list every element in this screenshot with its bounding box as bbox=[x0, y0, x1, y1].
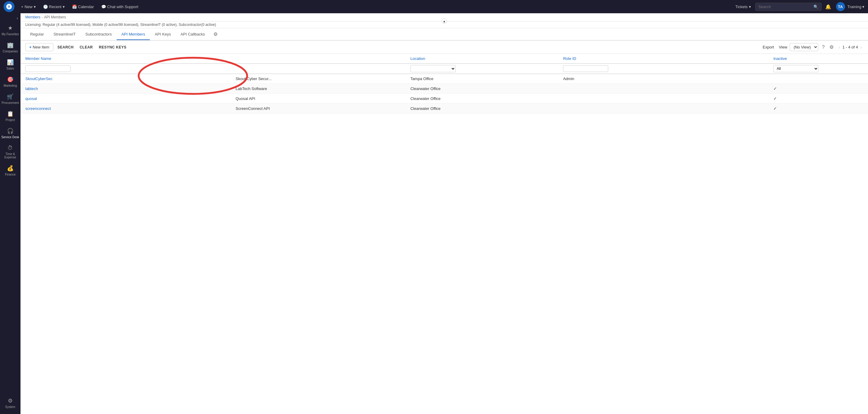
new-chevron-icon: ▾ bbox=[34, 4, 36, 9]
cell-member-name: quosal bbox=[21, 94, 231, 104]
search-action-button[interactable]: SEARCH bbox=[56, 44, 76, 50]
project-icon: 📋 bbox=[7, 110, 13, 117]
cell-member-display: Quosal API bbox=[231, 94, 406, 104]
tab-settings-icon[interactable]: ⚙ bbox=[212, 28, 219, 40]
cell-location: Tampa Office bbox=[406, 74, 558, 84]
tab-api-keys[interactable]: API Keys bbox=[150, 29, 176, 40]
sales-icon: 📊 bbox=[7, 59, 13, 66]
sidebar-item-sales[interactable]: 📊 Sales bbox=[0, 56, 21, 73]
help-icon[interactable]: ? bbox=[821, 44, 826, 50]
inactive-checkmark: ✓ bbox=[773, 106, 777, 111]
sidebar-item-my-favorites[interactable]: ★ My Favorites bbox=[0, 22, 21, 39]
member-name-link[interactable]: screenconnect bbox=[25, 106, 51, 111]
sidebar-item-companies[interactable]: 🏢 Companies bbox=[0, 39, 21, 56]
cell-inactive bbox=[769, 74, 868, 84]
role-id-filter-input[interactable] bbox=[563, 65, 608, 72]
new-button[interactable]: + New ▾ bbox=[18, 3, 39, 11]
pagination: ‹ 1 - 4 of 4 › bbox=[837, 44, 863, 50]
col-header-role-id[interactable]: Role ID bbox=[558, 54, 769, 64]
sidebar-item-procurement[interactable]: 🛒 Procurement bbox=[0, 90, 21, 107]
marketing-icon: 🎯 bbox=[7, 76, 13, 83]
inactive-checkmark: ✓ bbox=[773, 86, 777, 91]
tab-api-members[interactable]: API Members bbox=[117, 29, 150, 40]
sidebar-item-system[interactable]: ⚙ System bbox=[0, 394, 21, 412]
sidebar-item-project[interactable]: 📋 Project bbox=[0, 107, 21, 125]
recent-chevron-icon: ▾ bbox=[63, 4, 65, 9]
table-container: Member Name Location Role ID Inactive bbox=[21, 54, 868, 414]
location-filter-select[interactable] bbox=[410, 65, 456, 72]
top-navigation: + New ▾ 🕐 Recent ▾ 📅 Calendar 💬 Chat wit… bbox=[0, 0, 868, 13]
resync-keys-button[interactable]: RESYNC KEYS bbox=[97, 44, 128, 50]
sidebar-item-marketing[interactable]: 🎯 Marketing bbox=[0, 73, 21, 90]
breadcrumb-parent[interactable]: Members bbox=[25, 15, 40, 19]
search-input[interactable] bbox=[758, 4, 812, 9]
tab-regular[interactable]: Regular bbox=[25, 29, 49, 40]
clear-button[interactable]: CLEAR bbox=[78, 44, 95, 50]
tabs-bar: Regular StreamlineIT Subcontractors API … bbox=[21, 28, 868, 41]
view-select[interactable]: (No View) bbox=[789, 43, 818, 51]
user-chevron-icon: ▾ bbox=[862, 4, 864, 9]
breadcrumb-separator: - bbox=[41, 15, 43, 19]
filter-location bbox=[406, 64, 558, 74]
chat-support-button[interactable]: 💬 Chat with Support bbox=[98, 3, 141, 11]
filter-role-id bbox=[558, 64, 769, 74]
member-name-link[interactable]: SkoutCyberSec bbox=[25, 76, 53, 81]
member-name-link[interactable]: labtech bbox=[25, 87, 38, 91]
filter-inactive: All Yes No bbox=[769, 64, 868, 74]
prev-page-button[interactable]: ‹ bbox=[837, 44, 841, 50]
col-header-location[interactable]: Location bbox=[406, 54, 558, 64]
user-menu[interactable]: Training ▾ bbox=[847, 4, 864, 9]
notification-button[interactable]: 🔔 bbox=[823, 2, 834, 11]
col-header-member-name[interactable]: Member Name bbox=[21, 54, 231, 64]
content-area: Members - API Members ▲ Licensing: Regul… bbox=[21, 13, 868, 414]
filter-member-display bbox=[231, 64, 406, 74]
table-body: SkoutCyberSecSkout Cyber Secur...Tampa O… bbox=[21, 74, 868, 113]
toolbar: + New Item SEARCH CLEAR RESYNC KEYS Expo… bbox=[21, 41, 868, 54]
table-filter-row: All Yes No bbox=[21, 64, 868, 74]
cell-role-id bbox=[558, 104, 769, 113]
inactive-checkmark: ✓ bbox=[773, 96, 777, 101]
member-name-filter-input[interactable] bbox=[25, 65, 70, 72]
col-header-member-display[interactable] bbox=[231, 54, 406, 64]
new-item-plus-icon: + bbox=[29, 45, 32, 49]
export-button[interactable]: Export bbox=[761, 44, 777, 50]
sidebar-toggle: › bbox=[0, 16, 21, 21]
member-name-link[interactable]: quosal bbox=[25, 96, 37, 101]
sidebar-item-service-desk[interactable]: 🎧 Service Desk bbox=[0, 125, 21, 142]
cell-inactive: ✓ bbox=[769, 104, 868, 113]
breadcrumb-current: API Members bbox=[44, 15, 66, 19]
tab-api-callbacks[interactable]: API Callbacks bbox=[176, 29, 210, 40]
settings-icon[interactable]: ⚙ bbox=[828, 44, 835, 50]
sidebar-item-finance[interactable]: 💰 Finance bbox=[0, 162, 21, 179]
recent-button[interactable]: 🕐 Recent ▾ bbox=[40, 3, 68, 11]
cell-location: Clearwater Office bbox=[406, 94, 558, 104]
table-header-row: Member Name Location Role ID Inactive bbox=[21, 54, 868, 64]
calendar-button[interactable]: 📅 Calendar bbox=[69, 3, 97, 11]
cell-location: Clearwater Office bbox=[406, 84, 558, 94]
sidebar: › ★ My Favorites 🏢 Companies 📊 Sales 🎯 M… bbox=[0, 13, 21, 414]
collapse-arrow[interactable]: ▲ bbox=[441, 19, 447, 24]
tickets-button[interactable]: Tickets ▾ bbox=[733, 3, 754, 11]
cell-member-name: screenconnect bbox=[21, 104, 231, 113]
table-row: labtechLabTech SoftwareClearwater Office… bbox=[21, 84, 868, 94]
col-header-inactive[interactable]: Inactive bbox=[769, 54, 868, 64]
inactive-filter-select[interactable]: All Yes No bbox=[773, 65, 818, 72]
toolbar-right: Export View (No View) ? ⚙ ‹ 1 - 4 of 4 › bbox=[761, 43, 863, 51]
cell-member-display: LabTech Software bbox=[231, 84, 406, 94]
time-expense-icon: ⏱ bbox=[7, 145, 13, 151]
cell-member-display: Skout Cyber Secur... bbox=[231, 74, 406, 84]
cell-inactive: ✓ bbox=[769, 94, 868, 104]
service-desk-icon: 🎧 bbox=[7, 128, 13, 134]
table-row: SkoutCyberSecSkout Cyber Secur...Tampa O… bbox=[21, 74, 868, 84]
app-logo[interactable] bbox=[4, 1, 14, 12]
table-row: quosalQuosal APIClearwater Office✓ bbox=[21, 94, 868, 104]
cell-role-id bbox=[558, 94, 769, 104]
sidebar-collapse-button[interactable]: › bbox=[17, 16, 18, 21]
next-page-button[interactable]: › bbox=[859, 44, 863, 50]
user-avatar[interactable]: TA bbox=[836, 2, 845, 11]
tab-streamlineit[interactable]: StreamlineIT bbox=[49, 29, 81, 40]
cell-role-id bbox=[558, 84, 769, 94]
tab-subcontractors[interactable]: Subcontractors bbox=[81, 29, 116, 40]
sidebar-item-time-expense[interactable]: ⏱ Time & Expense bbox=[0, 142, 21, 162]
new-item-button[interactable]: + New Item bbox=[25, 43, 53, 51]
